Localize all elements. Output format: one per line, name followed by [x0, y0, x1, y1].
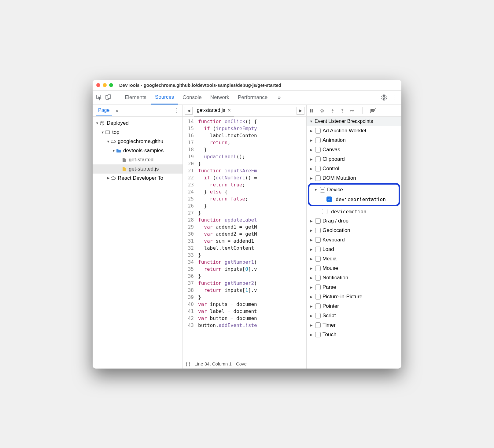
close-window[interactable]	[96, 83, 100, 87]
breakpoint-category[interactable]: ▶Script	[307, 311, 401, 321]
more-tabs-icon[interactable]: »	[278, 95, 281, 100]
tree-item[interactable]: get-started	[93, 155, 182, 164]
breakpoint-category[interactable]: ▶Control	[307, 164, 401, 174]
expand-icon: ▼	[95, 121, 99, 125]
sidebar-menu-icon[interactable]: ⋮	[174, 107, 179, 114]
checkbox-icon[interactable]	[315, 156, 321, 162]
checkbox-icon[interactable]	[315, 294, 321, 299]
checkbox-icon[interactable]	[322, 209, 327, 214]
breakpoint-category[interactable]: ▶Animation	[307, 136, 401, 145]
breakpoint-category[interactable]: ▶Drag / drop	[307, 216, 401, 226]
breakpoint-category[interactable]: ▶Pointer	[307, 302, 401, 311]
titlebar: DevTools - googlechrome.github.io/devtoo…	[93, 80, 401, 91]
checkbox-partial-icon[interactable]	[320, 187, 325, 193]
checkbox-icon[interactable]	[315, 313, 321, 318]
navigator-sidebar: Page » ⋮ ▼Deployed▼top▼googlechrome.gith…	[93, 105, 183, 369]
checkbox-icon[interactable]	[315, 256, 321, 262]
frame-icon	[105, 130, 110, 135]
breakpoint-category[interactable]: ▶Keyboard	[307, 235, 401, 245]
tree-item[interactable]: ▶React Developer To	[93, 174, 182, 183]
checkbox-icon[interactable]	[315, 266, 321, 271]
breakpoint-category[interactable]: ▼Device	[311, 185, 397, 195]
step-over-icon[interactable]	[319, 108, 325, 113]
tab-network[interactable]: Network	[206, 90, 234, 105]
tree-label: get-started.js	[129, 166, 159, 172]
close-tab-icon[interactable]: ✕	[227, 108, 231, 113]
breakpoint-category[interactable]: ▶Mouse	[307, 264, 401, 273]
category-label: Canvas	[323, 147, 340, 153]
tab-performance[interactable]: Performance	[234, 90, 272, 105]
settings-icon[interactable]	[381, 94, 387, 101]
checkbox-icon[interactable]: ✓	[326, 196, 332, 202]
breakpoint-category[interactable]: ▶Geolocation	[307, 226, 401, 235]
sidebar-more-icon[interactable]: »	[116, 108, 118, 113]
kebab-menu-icon[interactable]: ⋮	[392, 94, 398, 101]
tab-console[interactable]: Console	[178, 90, 206, 105]
code-editor[interactable]: 1415161718192021222324252627282930313233…	[183, 117, 306, 359]
checkbox-icon[interactable]	[315, 228, 321, 233]
breakpoint-category[interactable]: ▶Media	[307, 254, 401, 264]
breakpoint-category[interactable]: ▶DOM Mutation	[307, 174, 401, 183]
step-into-icon[interactable]	[330, 108, 335, 113]
breakpoint-category[interactable]: ▶Notification	[307, 273, 401, 283]
page-tab[interactable]: Page	[96, 105, 112, 116]
tab-elements[interactable]: Elements	[120, 90, 151, 105]
nav-forward-icon[interactable]: ▶	[297, 107, 304, 115]
checkbox-icon[interactable]	[315, 247, 321, 252]
device-toggle-icon[interactable]	[105, 94, 112, 101]
breakpoint-category[interactable]: ▶Timer	[307, 321, 401, 330]
category-label: Parse	[323, 284, 336, 290]
checkbox-icon[interactable]	[315, 175, 321, 181]
maximize-window[interactable]	[109, 83, 113, 87]
breakpoint-event[interactable]: ✓deviceorientation	[311, 195, 397, 204]
svg-point-7	[332, 112, 333, 112]
tree-item[interactable]: ▼top	[93, 128, 182, 137]
breakpoint-category[interactable]: ▶Canvas	[307, 145, 401, 155]
file-tab[interactable]: get-started.js ✕	[194, 105, 234, 117]
category-label: Script	[323, 313, 336, 319]
section-title: Event Listener Breakpoints	[315, 119, 373, 124]
event-breakpoints-header[interactable]: ▼ Event Listener Breakpoints	[307, 117, 401, 126]
breakpoint-category[interactable]: ▶Touch	[307, 330, 401, 340]
checkbox-icon[interactable]	[315, 128, 321, 134]
checkbox-icon[interactable]	[315, 237, 321, 243]
checkbox-icon[interactable]	[315, 285, 321, 290]
event-label: devicemotion	[331, 209, 367, 215]
breakpoint-category[interactable]: ▶Ad Auction Worklet	[307, 126, 401, 136]
checkbox-icon[interactable]	[315, 218, 321, 224]
tree-label: Deployed	[107, 120, 129, 126]
breakpoint-category[interactable]: ▶Picture-in-Picture	[307, 292, 401, 302]
checkbox-icon[interactable]	[315, 275, 321, 281]
breakpoint-category[interactable]: ▶Load	[307, 245, 401, 254]
checkbox-icon[interactable]	[315, 147, 321, 152]
tab-sources[interactable]: Sources	[151, 90, 178, 105]
format-icon[interactable]: { }	[186, 361, 190, 366]
checkbox-icon[interactable]	[315, 138, 321, 143]
code-content[interactable]: function onClick() { if (inputsAreEmpty …	[196, 117, 306, 359]
checkbox-icon[interactable]	[315, 166, 321, 171]
breakpoint-categories: ▶Ad Auction Worklet▶Animation▶Canvas▶Cli…	[307, 126, 401, 369]
minimize-window[interactable]	[103, 83, 107, 87]
window-title: DevTools - googlechrome.github.io/devtoo…	[119, 83, 281, 88]
checkbox-icon[interactable]	[315, 303, 321, 309]
category-label: Clipboard	[323, 156, 345, 162]
nav-back-icon[interactable]: ◀	[185, 107, 193, 115]
pause-icon[interactable]	[310, 108, 314, 113]
tree-item[interactable]: ▼devtools-samples	[93, 146, 182, 155]
inspect-icon[interactable]	[96, 94, 102, 101]
editor-statusbar: { } Line 34, Column 1 Cove	[183, 359, 306, 369]
tree-item[interactable]: get-started.js	[93, 164, 182, 174]
tree-item[interactable]: ▼Deployed	[93, 119, 182, 128]
expand-icon: ▶	[309, 333, 313, 337]
expand-icon: ▶	[309, 285, 313, 289]
editor-tabbar: ◀ get-started.js ✕ ▶	[183, 105, 306, 117]
deactivate-breakpoints-icon[interactable]	[370, 108, 376, 113]
step-out-icon[interactable]	[340, 108, 345, 113]
breakpoint-category[interactable]: ▶Parse	[307, 283, 401, 292]
tree-item[interactable]: ▼googlechrome.githu	[93, 137, 182, 146]
step-icon[interactable]	[350, 108, 355, 113]
checkbox-icon[interactable]	[315, 332, 321, 337]
checkbox-icon[interactable]	[315, 322, 321, 328]
breakpoint-category[interactable]: ▶Clipboard	[307, 155, 401, 164]
breakpoint-event[interactable]: devicemotion	[307, 207, 401, 216]
